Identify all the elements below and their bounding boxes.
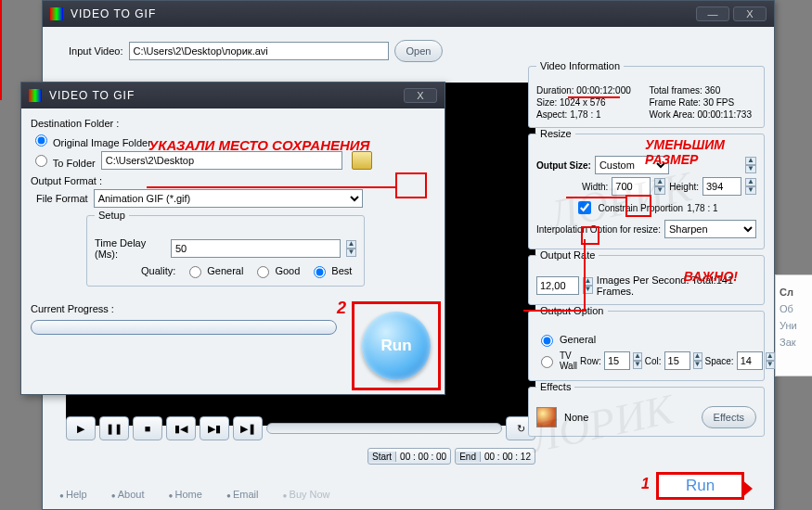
redline-3 [568, 96, 620, 98]
output-size-label: Output Size: [536, 160, 591, 171]
width-spin[interactable]: ▲▼ [654, 177, 665, 196]
space-input[interactable] [737, 351, 763, 370]
email-link[interactable]: Email [226, 489, 259, 500]
progress-bar [31, 320, 337, 335]
pause-button[interactable]: ❚❚ [99, 416, 129, 440]
width-input[interactable] [612, 177, 651, 196]
input-video-field[interactable] [129, 42, 389, 60]
effects-button[interactable]: Effects [702, 406, 756, 428]
player-bar: ▶ ❚❚ ■ ▮◀ ▶▮ ▶❚ ↻ Start 00 : 00 : 00 End… [66, 416, 535, 465]
play-button[interactable]: ▶ [66, 416, 96, 440]
tvwall-radio-row[interactable]: TV Wall [536, 351, 577, 371]
help-link[interactable]: Help [59, 489, 87, 500]
redline-1 [147, 186, 395, 188]
timedelay-spin[interactable]: ▲▼ [346, 239, 356, 258]
minimize-button[interactable]: — [696, 6, 729, 21]
highlight-browse [395, 172, 427, 198]
side-za[interactable]: Зак [780, 337, 808, 348]
prev-button[interactable]: ▮◀ [166, 416, 196, 440]
height-input[interactable] [702, 177, 741, 196]
side-panel: Сл Об Уни Зак [775, 274, 812, 376]
info-aspect: Aspect: 1,78 : 1 [536, 109, 644, 120]
row-spin[interactable]: ▲▼ [633, 351, 642, 370]
output-rate-title: Output Rate [536, 249, 599, 261]
end-time-label: End [456, 452, 481, 462]
redline-6 [523, 310, 585, 312]
info-totalframes: Total frames: 360 [650, 85, 757, 96]
interp-select[interactable]: Sharpen [664, 220, 756, 238]
start-time-label: Start [368, 452, 396, 462]
end-button[interactable]: ▶❚ [233, 416, 263, 440]
tofolder-radio-row[interactable]: To Folder [31, 152, 96, 169]
resize-title: Resize [536, 128, 575, 139]
browse-folder-icon[interactable] [352, 151, 372, 170]
dlg-close-button[interactable]: X [404, 88, 437, 103]
annotation-reduce-size: УМЕНЬШИМ РАЗМЕР [645, 137, 756, 167]
dest-folder-label: Destination Folder : [31, 118, 435, 129]
footer-links: Help About Home Email Buy Now [59, 489, 330, 500]
q-best[interactable]: Best [309, 263, 352, 278]
orig-radio-row[interactable]: Original Image Folder [31, 132, 151, 148]
row-input[interactable] [604, 351, 630, 370]
setup-group: Setup Time Delay (Ms): ▲▼ Quality: Gener… [86, 215, 365, 287]
q-good[interactable]: Good [252, 263, 300, 278]
run-main-button[interactable]: Run [656, 472, 744, 500]
run-dlg-button[interactable]: Run [362, 312, 431, 380]
annotation-save-location: УКАЗАЛИ МЕСТО СОХРАНЕНИЯ [148, 137, 370, 153]
effects-group: Effects None Effects [528, 387, 765, 437]
run-dlg-highlight: Run [352, 301, 441, 390]
general-radio[interactable] [541, 335, 553, 347]
end-time[interactable]: End 00 : 00 : 12 [455, 448, 535, 465]
home-link[interactable]: Home [169, 489, 202, 500]
col-label: Col: [645, 356, 662, 366]
next-button[interactable]: ▶▮ [200, 416, 229, 440]
dlg-titlebar: VIDEO TO GIF X [21, 83, 445, 108]
width-label: Width: [582, 182, 608, 192]
output-format-label: Output Format : [31, 175, 435, 186]
app-title: VIDEO TO GIF [71, 7, 692, 20]
open-button[interactable]: Open [394, 40, 444, 62]
constrain-checkbox[interactable] [578, 201, 591, 214]
effect-icon [536, 407, 557, 427]
height-spin[interactable]: ▲▼ [745, 177, 756, 196]
space-label: Space: [705, 356, 734, 366]
dlg-title: VIDEO TO GIF [49, 89, 400, 102]
info-duration: Duration: 00:00:12:000 [536, 85, 644, 96]
annotation-important: ВАЖНО! [684, 269, 738, 284]
annotation-2-num: 2 [337, 299, 346, 318]
seek-slider[interactable] [266, 423, 502, 434]
side-ob[interactable]: Об [780, 303, 808, 314]
start-time[interactable]: Start 00 : 00 : 00 [367, 448, 451, 465]
highlight-width [625, 195, 651, 217]
close-button[interactable]: X [733, 6, 767, 21]
redline-5 [584, 239, 586, 312]
height-label: Height: [669, 182, 699, 192]
space-spin[interactable]: ▲▼ [766, 351, 775, 370]
q-general[interactable]: General [185, 263, 243, 278]
about-link[interactable]: About [111, 489, 145, 500]
side-un[interactable]: Уни [780, 320, 808, 331]
tofolder-radio[interactable] [35, 155, 47, 167]
col-spin[interactable]: ▲▼ [693, 351, 702, 370]
main-titlebar: VIDEO TO GIF — X [43, 1, 774, 27]
file-format-select[interactable]: Animation GIF (*.gif) [94, 189, 363, 208]
input-video-row: Input Video: Open [69, 40, 767, 62]
effect-none: None [564, 412, 588, 423]
stop-button[interactable]: ■ [133, 416, 162, 440]
tvwall-radio[interactable] [541, 356, 553, 368]
tofolder-input[interactable] [101, 151, 342, 170]
rate-input[interactable] [536, 276, 579, 295]
redline-4 [566, 197, 625, 198]
buy-link[interactable]: Buy Now [282, 489, 329, 500]
output-option-group: Output Option General TV Wall Row: ▲▼ Co… [528, 311, 765, 381]
col-input[interactable] [664, 351, 690, 370]
setup-title: Setup [95, 210, 129, 221]
quality-label: Quality: [141, 265, 175, 276]
timedelay-label: Time Delay (Ms): [95, 237, 165, 260]
info-size: Size: 1024 x 576 [536, 97, 644, 108]
timedelay-input[interactable] [171, 239, 341, 258]
start-time-value: 00 : 00 : 00 [396, 452, 450, 462]
orig-radio[interactable] [35, 134, 47, 147]
general-radio-row[interactable]: General [536, 332, 756, 347]
file-format-label: File Format [36, 193, 88, 204]
